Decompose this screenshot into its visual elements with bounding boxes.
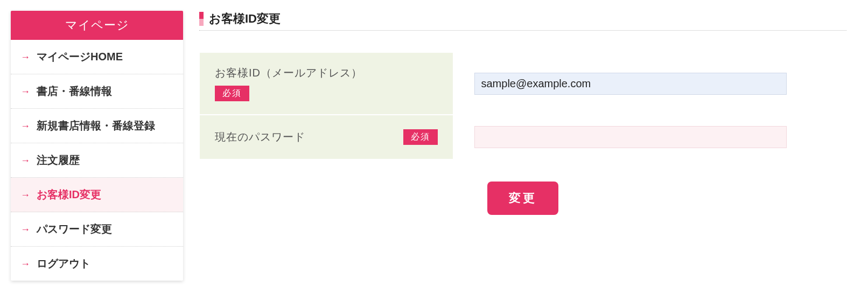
- submit-wrap: 変更: [199, 182, 846, 215]
- main-content: お客様ID変更 お客様ID（メールアドレス） 必須 現在のパスワード: [199, 11, 868, 215]
- customer-id-input[interactable]: [474, 73, 787, 95]
- sidebar-item-label: 新規書店情報・番線登録: [37, 118, 155, 133]
- arrow-right-icon: →: [20, 52, 30, 62]
- sidebar-item-label: 書店・番線情報: [37, 84, 112, 99]
- arrow-right-icon: →: [20, 225, 30, 234]
- arrow-right-icon: →: [20, 87, 30, 96]
- sidebar-item-customer-id-change[interactable]: → お客様ID変更: [11, 178, 183, 212]
- form-table: お客様ID（メールアドレス） 必須 現在のパスワード 必須: [199, 52, 846, 160]
- sidebar-item-password-change[interactable]: → パスワード変更: [11, 212, 183, 247]
- input-cell-current-password: [453, 115, 846, 159]
- sidebar-item-label: お客様ID変更: [37, 187, 101, 202]
- arrow-right-icon: →: [20, 190, 30, 200]
- arrow-right-icon: →: [20, 121, 30, 131]
- sidebar-item-label: パスワード変更: [37, 222, 112, 236]
- page-title-row: お客様ID変更: [199, 11, 846, 31]
- input-cell-customer-id: [453, 53, 846, 115]
- row-customer-id: お客様ID（メールアドレス） 必須: [200, 53, 846, 115]
- current-password-label: 現在のパスワード: [215, 130, 305, 144]
- sidebar-item-order-history[interactable]: → 注文履歴: [11, 143, 183, 178]
- sidebar-item-home[interactable]: → マイページHOME: [11, 40, 183, 74]
- required-badge: 必須: [215, 86, 249, 101]
- sidebar-list: → マイページHOME → 書店・番線情報 → 新規書店情報・番線登録 → 注文…: [11, 40, 183, 281]
- current-password-input[interactable]: [474, 126, 787, 148]
- customer-id-label: お客様ID（メールアドレス）: [215, 66, 362, 80]
- sidebar-title: マイページ: [11, 11, 183, 40]
- page-title: お客様ID変更: [209, 11, 281, 27]
- sidebar-item-label: ログアウト: [37, 256, 90, 271]
- row-current-password: 現在のパスワード 必須: [200, 115, 846, 159]
- sidebar: マイページ → マイページHOME → 書店・番線情報 → 新規書店情報・番線登…: [11, 11, 183, 281]
- sidebar-item-new-shop-register[interactable]: → 新規書店情報・番線登録: [11, 109, 183, 143]
- required-badge: 必須: [403, 129, 438, 145]
- sidebar-item-shop-line-info[interactable]: → 書店・番線情報: [11, 74, 183, 109]
- arrow-right-icon: →: [20, 259, 30, 269]
- arrow-right-icon: →: [20, 156, 30, 165]
- label-cell-current-password: 現在のパスワード 必須: [200, 115, 453, 159]
- sidebar-item-label: 注文履歴: [37, 153, 80, 168]
- title-accent-icon: [199, 12, 204, 26]
- submit-button[interactable]: 変更: [487, 182, 558, 215]
- sidebar-item-label: マイページHOME: [37, 50, 123, 64]
- sidebar-item-logout[interactable]: → ログアウト: [11, 247, 183, 281]
- label-cell-customer-id: お客様ID（メールアドレス） 必須: [200, 53, 453, 115]
